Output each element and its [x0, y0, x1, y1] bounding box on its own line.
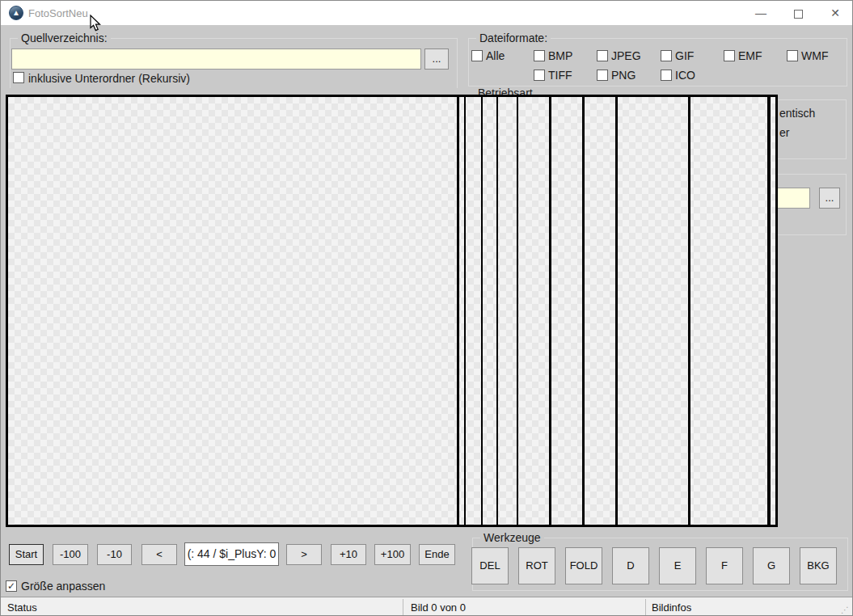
image-content-bar [549, 97, 551, 525]
image-content-bar [517, 97, 518, 525]
format-checkbox-bmp[interactable] [534, 50, 545, 61]
status-bar: Status Bild 0 von 0 Bildinfos ⋰ [1, 597, 852, 616]
recursive-checkbox-label: inklusive Unterordner (Rekursiv) [28, 72, 190, 85]
format-checkbox-tiff[interactable] [534, 70, 545, 81]
window-title: FotoSortNeu [28, 7, 88, 19]
image-counter-text: Bild 0 von 0 [411, 601, 466, 614]
status-text: Status [7, 601, 37, 614]
format-checkbox-jpeg[interactable] [597, 50, 608, 61]
minus-10-button[interactable]: -10 [97, 544, 132, 565]
next-button[interactable]: > [286, 544, 322, 565]
source-directory-group-label: Quellverzeichnis: [18, 32, 111, 44]
plus-100-button[interactable]: +100 [374, 544, 411, 565]
image-content-bar [582, 97, 585, 525]
image-content-bar [615, 97, 618, 525]
plus-10-button[interactable]: +10 [331, 544, 366, 565]
tool-button-fold[interactable]: FOLD [565, 547, 602, 584]
file-formats-group-label: Dateiformate: [476, 32, 551, 44]
right-option-label-fragment-top: entisch [779, 107, 815, 120]
format-label-png: PNG [611, 69, 636, 82]
format-label-wmf: WMF [801, 49, 828, 62]
transparency-checkerboard [8, 97, 775, 525]
titlebar[interactable]: ▲ FotoSortNeu — ✕ [1, 1, 852, 25]
format-label-gif: GIF [675, 49, 694, 62]
format-checkbox-png[interactable] [597, 70, 608, 81]
image-viewer-panel[interactable] [6, 95, 778, 527]
format-checkbox-wmf[interactable] [787, 50, 798, 61]
right-browse-button[interactable]: ... [819, 188, 840, 209]
minimize-button[interactable]: — [742, 1, 779, 25]
format-checkbox-ico[interactable] [661, 70, 672, 81]
statusbar-separator [645, 599, 646, 616]
fit-size-checkbox-label: Größe anpassen [21, 580, 105, 593]
source-directory-input[interactable] [11, 49, 421, 70]
image-content-bar [688, 97, 690, 525]
end-button[interactable]: Ende [419, 544, 455, 565]
tool-button-bkg[interactable]: BKG [800, 547, 837, 584]
format-label-jpeg: JPEG [611, 49, 641, 62]
format-label-tiff: TIFF [548, 69, 572, 82]
statusbar-separator [403, 599, 403, 616]
format-label-alle: Alle [486, 49, 505, 62]
source-browse-button[interactable]: ... [424, 49, 449, 70]
position-counter-field[interactable]: (: 44 / $i_PlusY: 0 [184, 542, 279, 566]
tool-button-e[interactable]: E [659, 547, 696, 584]
resize-grip-icon[interactable]: ⋰ [841, 605, 850, 614]
format-checkbox-alle[interactable] [471, 50, 483, 61]
fit-size-checkbox[interactable] [6, 580, 17, 592]
recursive-checkbox[interactable] [13, 72, 24, 83]
right-option-label-fragment-bottom: er [779, 126, 789, 139]
tool-button-g[interactable]: G [753, 547, 790, 584]
start-button[interactable]: Start [9, 544, 44, 565]
previous-button[interactable]: < [141, 544, 177, 565]
image-content-bar [496, 97, 498, 525]
tools-group-label: Werkzeuge [480, 531, 544, 544]
image-content-bar [457, 97, 459, 525]
format-checkbox-gif[interactable] [661, 50, 672, 61]
maximize-icon [794, 10, 803, 19]
minus-100-button[interactable]: -100 [53, 544, 88, 565]
file-formats-group: Dateiformate: [468, 38, 847, 86]
format-checkbox-emf[interactable] [724, 50, 735, 61]
image-info-text: Bildinfos [652, 601, 691, 614]
format-label-emf: EMF [738, 49, 762, 62]
app-icon: ▲ [9, 6, 23, 20]
close-button[interactable]: ✕ [817, 1, 853, 25]
tool-button-d[interactable]: D [612, 547, 649, 584]
tool-button-del[interactable]: DEL [471, 547, 509, 584]
maximize-button[interactable] [779, 1, 817, 25]
tool-button-f[interactable]: F [706, 547, 743, 584]
mouse-cursor-icon [90, 15, 101, 32]
tool-button-rot[interactable]: ROT [518, 547, 555, 584]
image-content-bar [481, 97, 483, 525]
image-content-bar [464, 97, 466, 525]
format-label-bmp: BMP [548, 49, 572, 62]
format-label-ico: ICO [675, 69, 695, 82]
image-content-bar [767, 97, 771, 525]
fotosortneu-window: { "window": { "title": "FotoSortNeu", "m… [0, 0, 853, 616]
